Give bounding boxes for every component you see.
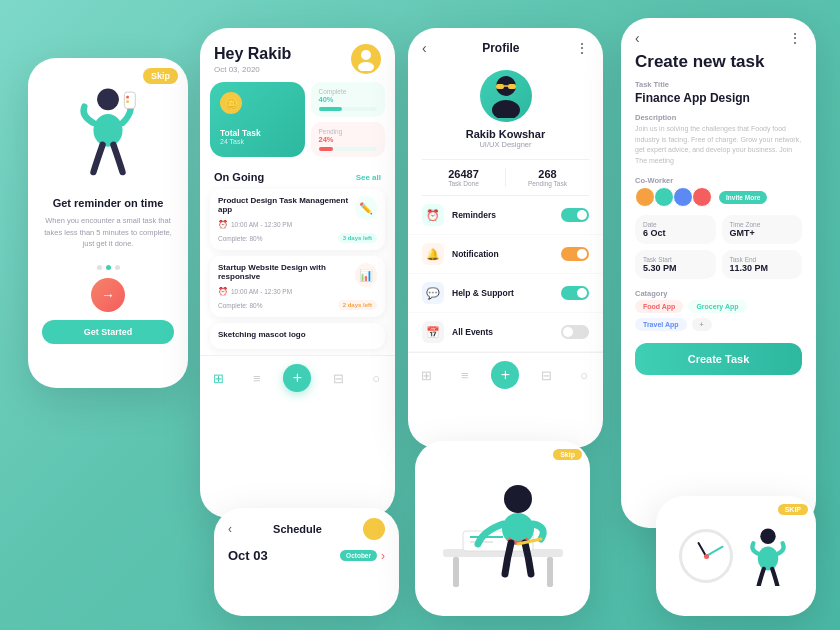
complete-fill <box>319 107 342 111</box>
profile-add-button[interactable]: + <box>491 361 519 389</box>
notification-icon: 🔔 <box>422 243 444 265</box>
schedule-month: October › <box>340 549 385 563</box>
coworker-4 <box>692 187 712 207</box>
list-icon[interactable]: ⊟ <box>327 367 349 389</box>
date-box[interactable]: Date 6 Oct <box>635 215 716 244</box>
coworker-2 <box>654 187 674 207</box>
profile-stats: 26487 Task Done 268 Pending Task <box>422 159 589 196</box>
get-started-button[interactable]: Get Started <box>42 320 174 344</box>
date-value: 6 Oct <box>643 228 708 238</box>
profile-chart-icon[interactable]: ≡ <box>454 364 476 386</box>
task1-time: ⏰ 10:00 AM - 12:30 PM <box>218 220 377 229</box>
total-task-count: 24 Task <box>220 138 295 145</box>
events-label: All Events <box>452 327 553 337</box>
avatar-icon <box>354 47 378 71</box>
more-button[interactable]: ⋮ <box>575 40 589 56</box>
coworker-1 <box>635 187 655 207</box>
task-item-1[interactable]: Product Design Task Management app ✏️ ⏰ … <box>210 189 385 250</box>
total-task-label: Total Task <box>220 128 295 138</box>
task-done-stat: 26487 Task Done <box>422 168 505 187</box>
reminder-title: Get reminder on time <box>42 196 174 210</box>
reminder-card: Skip Get reminder on time When you encou… <box>28 58 188 388</box>
category-label: Catagory <box>621 289 816 300</box>
clock-skip-button[interactable]: SKIP <box>778 504 808 515</box>
clock-person-svg <box>743 526 793 586</box>
tag-travel[interactable]: Travel App <box>635 318 687 331</box>
menu-reminders[interactable]: ⏰ Reminders <box>408 196 603 235</box>
task-item-2[interactable]: Startup Website Design with responsive 📊… <box>210 256 385 317</box>
tag-grocery[interactable]: Grocery App <box>688 300 746 313</box>
svg-rect-9 <box>496 84 504 89</box>
profile-person-icon <box>486 74 526 118</box>
desc-label: Description <box>621 113 816 124</box>
tag-add-button[interactable]: + <box>692 318 712 331</box>
start-time-box[interactable]: Task Start 5.30 PM <box>635 250 716 279</box>
create-more-button[interactable]: ⋮ <box>788 30 802 46</box>
invite-button[interactable]: Invite More <box>719 191 767 204</box>
task2-pct: Complete: 80% <box>218 302 262 309</box>
working-illustration <box>423 449 583 609</box>
task2-title: Startup Website Design with responsive <box>218 263 355 281</box>
menu-events[interactable]: 📅 All Events <box>408 313 603 352</box>
task2-footer: Complete: 80% 2 days left <box>218 300 377 310</box>
profile-title: Profile <box>482 41 519 55</box>
clock-face <box>679 529 733 583</box>
svg-rect-14 <box>547 557 553 587</box>
create-task-button[interactable]: Create Task <box>635 343 802 375</box>
pending-stat: 268 Pending Task <box>506 168 589 187</box>
task1-footer: Complete: 80% 3 days left <box>218 233 377 243</box>
coin-icon: 🪙 <box>220 92 242 114</box>
see-all-button[interactable]: See all <box>356 173 381 182</box>
chart-icon[interactable]: ≡ <box>246 367 268 389</box>
task-item-3[interactable]: Sketching mascot logo <box>210 323 385 349</box>
date-row: Date 6 Oct Time Zone GMT+ <box>621 215 816 250</box>
svg-rect-2 <box>124 92 135 108</box>
help-icon: 💬 <box>422 282 444 304</box>
schedule-date: Oct 03 <box>228 548 268 563</box>
profile-list-icon[interactable]: ⊟ <box>535 364 557 386</box>
help-toggle[interactable] <box>561 286 589 300</box>
pending-label: Pending Task <box>506 180 589 187</box>
schedule-back-button[interactable]: ‹ <box>228 522 232 536</box>
task1-pct: Complete: 80% <box>218 235 262 242</box>
task-stats: 🪙 Total Task 24 Task Complete 40% Pendin… <box>210 82 385 157</box>
reminder-icon: ⏰ <box>422 204 444 226</box>
timezone-value: GMT+ <box>730 228 795 238</box>
complete-pct: 40% <box>319 95 378 104</box>
next-month-button[interactable]: › <box>381 549 385 563</box>
task1-days: 3 days left <box>338 233 377 243</box>
reminder-subtitle: When you encounter a small task that tak… <box>42 215 174 249</box>
add-task-button[interactable]: + <box>283 364 311 392</box>
menu-notification[interactable]: 🔔 Notification <box>408 235 603 274</box>
settings-icon[interactable]: ○ <box>365 367 387 389</box>
task-title-value[interactable]: Finance App Design <box>621 91 816 109</box>
timezone-box[interactable]: Time Zone GMT+ <box>722 215 803 244</box>
notification-toggle[interactable] <box>561 247 589 261</box>
profile-home-icon[interactable]: ⊞ <box>416 364 438 386</box>
home-icon[interactable]: ⊞ <box>208 367 230 389</box>
end-time-box[interactable]: Task End 11.30 PM <box>722 250 803 279</box>
events-toggle[interactable] <box>561 325 589 339</box>
task-done-label: Task Done <box>422 180 505 187</box>
reminder-dots <box>28 265 188 270</box>
desc-text: Join us in solving the challenges that F… <box>621 124 816 172</box>
create-back-button[interactable]: ‹ <box>635 30 640 46</box>
back-button[interactable]: ‹ <box>422 40 427 56</box>
illus-skip-button[interactable]: Skip <box>553 449 582 460</box>
profile-header: ‹ Profile ⋮ <box>408 28 603 62</box>
ongoing-header: On Going See all <box>200 165 395 189</box>
svg-rect-3 <box>126 96 129 99</box>
svg-point-8 <box>492 100 520 118</box>
next-arrow-button[interactable]: → <box>91 278 125 312</box>
reminder-toggle[interactable] <box>561 208 589 222</box>
menu-help[interactable]: 💬 Help & Support <box>408 274 603 313</box>
profile-role: UI/UX Designer <box>479 140 531 149</box>
date-text: Oct 03, 2020 <box>214 65 291 74</box>
tag-food[interactable]: Food App <box>635 300 683 313</box>
bottom-nav: ⊞ ≡ + ⊟ ○ <box>200 355 395 402</box>
end-value: 11.30 PM <box>730 263 795 273</box>
coworker-3 <box>673 187 693 207</box>
notification-label: Notification <box>452 249 553 259</box>
skip-button[interactable]: Skip <box>143 68 178 84</box>
profile-dot-icon[interactable]: ○ <box>573 364 595 386</box>
